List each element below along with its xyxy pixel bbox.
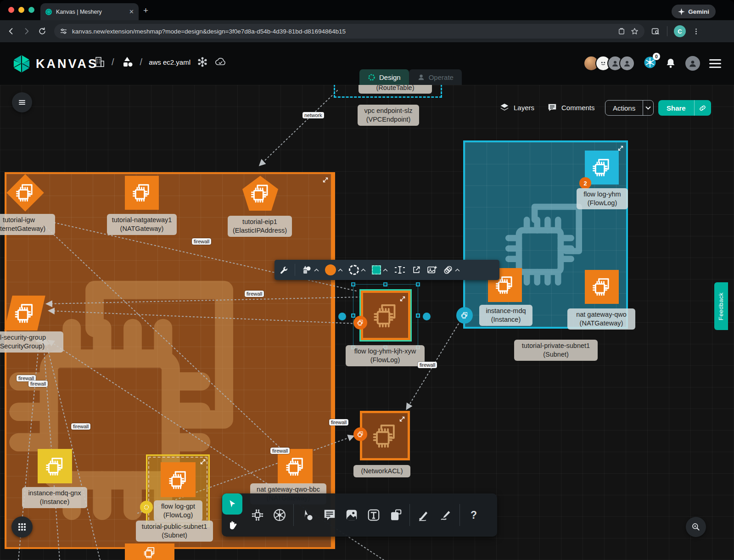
node-flow-log-selected[interactable] bbox=[361, 291, 410, 340]
design-canvas[interactable]: Layers Comments Actions Share (RouteTabl… bbox=[0, 85, 734, 560]
node-elastic-ip[interactable] bbox=[242, 176, 278, 211]
divider bbox=[667, 26, 667, 36]
actions-button[interactable]: Actions bbox=[605, 100, 654, 116]
chevron-up-icon[interactable] bbox=[383, 269, 388, 272]
chevron-up-icon[interactable] bbox=[338, 269, 343, 272]
edge-badge-icon[interactable] bbox=[353, 316, 367, 330]
zoom-search-button[interactable] bbox=[686, 517, 706, 537]
node-clipped-bottom[interactable] bbox=[125, 543, 174, 560]
tools-wrench-button[interactable] bbox=[279, 265, 289, 275]
help-button[interactable]: ? bbox=[465, 507, 482, 523]
shape-swap-button[interactable] bbox=[372, 265, 388, 274]
open-in-new-button[interactable] bbox=[412, 265, 421, 274]
bookmark-star-icon[interactable] bbox=[630, 27, 639, 36]
copy-link-icon[interactable] bbox=[694, 100, 711, 116]
url-bar[interactable]: kanvas.new/extension/meshmap?mode=design… bbox=[54, 24, 644, 39]
gemini-button[interactable]: Gemini bbox=[672, 5, 716, 18]
node-label: flow log-yhm(FlowLog) bbox=[577, 188, 628, 209]
node-network-acl[interactable] bbox=[360, 411, 410, 460]
comment-tool-button[interactable] bbox=[321, 507, 338, 523]
shapes-picker-button[interactable] bbox=[301, 265, 319, 275]
components-tool-button[interactable] bbox=[249, 507, 266, 523]
cloud-sync-icon[interactable] bbox=[214, 56, 227, 67]
layers-button[interactable]: Layers bbox=[499, 102, 534, 112]
connection-dot[interactable] bbox=[423, 313, 431, 320]
traffic-light-zoom[interactable] bbox=[28, 7, 34, 13]
kanvas-logo[interactable]: KANVAS bbox=[13, 54, 98, 73]
mode-toggle: Design Operate bbox=[359, 69, 462, 85]
user-avatar[interactable] bbox=[684, 55, 701, 72]
reload-icon[interactable] bbox=[38, 27, 47, 36]
actions-dropdown-caret[interactable] bbox=[643, 101, 653, 115]
site-settings-icon[interactable] bbox=[60, 28, 67, 35]
subnet-connection-dot[interactable] bbox=[456, 307, 473, 324]
resize-handle-icon[interactable] bbox=[400, 295, 405, 301]
image-tool-button[interactable] bbox=[343, 507, 360, 523]
resize-handle-icon[interactable] bbox=[618, 145, 623, 150]
forward-icon[interactable] bbox=[22, 27, 31, 36]
browser-profile-avatar[interactable]: C bbox=[674, 25, 686, 37]
environment-k8s-button[interactable]: 0 bbox=[643, 56, 657, 71]
edge-tool-button[interactable] bbox=[415, 507, 432, 523]
mesh-sync-icon[interactable] bbox=[197, 56, 208, 67]
node-internet-gateway[interactable] bbox=[8, 176, 42, 210]
edge-badge-icon[interactable] bbox=[353, 427, 367, 441]
chevron-up-icon[interactable] bbox=[361, 269, 366, 272]
breadcrumb-slash: / bbox=[140, 57, 143, 67]
share-button[interactable]: Share bbox=[658, 100, 711, 116]
chevron-up-icon[interactable] bbox=[314, 269, 319, 272]
chip-icon bbox=[43, 454, 67, 479]
chevron-up-icon[interactable] bbox=[455, 269, 460, 272]
browser-toolbar: kanvas.new/extension/meshmap?mode=design… bbox=[0, 20, 734, 42]
browser-tab[interactable]: Kanvas | Meshery ✕ bbox=[40, 3, 139, 20]
comments-button[interactable]: Comments bbox=[547, 102, 595, 112]
save-icon[interactable] bbox=[617, 27, 626, 35]
notifications-bell-icon[interactable] bbox=[665, 57, 676, 69]
collaborator-avatar[interactable] bbox=[619, 56, 635, 71]
add-image-button[interactable] bbox=[427, 265, 437, 274]
organization-icon[interactable] bbox=[94, 56, 105, 68]
k8s-count-badge: 0 bbox=[653, 53, 660, 60]
edge-label-firewall: firewall bbox=[71, 423, 90, 430]
node-nat-gateway-1[interactable] bbox=[125, 176, 159, 210]
resize-handle-icon[interactable] bbox=[200, 458, 206, 464]
pan-tool-button[interactable] bbox=[226, 519, 238, 534]
tab-operate[interactable]: Operate bbox=[409, 69, 462, 85]
apps-grid-button[interactable] bbox=[11, 516, 33, 538]
feedback-tab[interactable]: Feedback bbox=[714, 282, 728, 330]
traffic-light-minimize[interactable] bbox=[18, 7, 24, 13]
border-style-button[interactable] bbox=[349, 265, 366, 275]
note-tool-button[interactable] bbox=[387, 507, 404, 523]
tab-close-icon[interactable]: ✕ bbox=[129, 8, 134, 15]
connection-dot[interactable] bbox=[338, 313, 346, 320]
text-tool-button[interactable] bbox=[365, 507, 382, 523]
kebab-menu-icon[interactable] bbox=[692, 28, 700, 35]
new-tab-button[interactable]: + bbox=[143, 6, 148, 15]
freehand-tool-button[interactable] bbox=[437, 507, 454, 523]
tab-design[interactable]: Design bbox=[359, 69, 409, 85]
kubernetes-tool-button[interactable] bbox=[271, 507, 288, 523]
node-nat-gateway-qwo[interactable] bbox=[585, 270, 619, 304]
node-nat-gateway-bbc[interactable] bbox=[278, 449, 313, 484]
edge-badge-icon[interactable] bbox=[140, 501, 153, 514]
shapes-tool-button[interactable] bbox=[299, 507, 316, 523]
group-rings-button[interactable] bbox=[443, 265, 460, 275]
collaborator-avatars[interactable] bbox=[583, 56, 635, 71]
app-menu-icon[interactable] bbox=[709, 59, 721, 68]
workspace-icon[interactable] bbox=[121, 56, 134, 68]
resize-handle-icon[interactable] bbox=[323, 176, 328, 182]
logo-text: KANVAS bbox=[36, 57, 98, 71]
back-icon[interactable] bbox=[6, 27, 16, 36]
fill-color-button[interactable] bbox=[325, 264, 343, 275]
select-tool-button[interactable] bbox=[222, 493, 242, 515]
rename-button[interactable] bbox=[394, 265, 406, 274]
node-security-group[interactable] bbox=[6, 294, 43, 332]
design-file-name[interactable]: aws ec2.yaml bbox=[149, 58, 191, 66]
node-label: al-security-group(SecurityGroup) bbox=[0, 331, 63, 353]
tab-search-icon[interactable] bbox=[651, 27, 661, 36]
node-flow-log-gpt[interactable] bbox=[161, 462, 196, 497]
traffic-light-close[interactable] bbox=[8, 7, 14, 13]
canvas-menu-button[interactable] bbox=[12, 92, 32, 112]
node-instance-gnx[interactable] bbox=[38, 449, 72, 483]
resize-handle-icon[interactable] bbox=[399, 415, 405, 421]
